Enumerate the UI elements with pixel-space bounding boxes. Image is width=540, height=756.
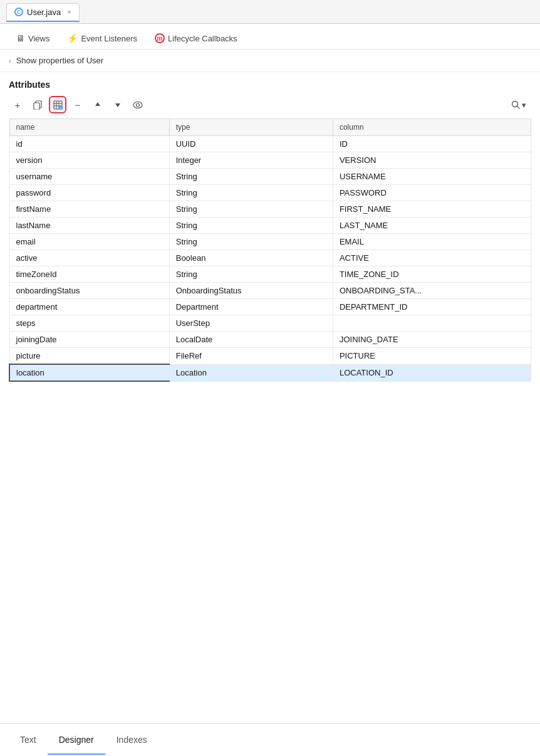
file-tab[interactable]: C User.java × <box>6 3 80 22</box>
cell-name: password <box>9 185 169 201</box>
show-properties-label: Show properties of User <box>16 56 103 65</box>
col-header-name[interactable]: name <box>9 119 169 136</box>
attributes-section: Attributes + <box>0 72 540 387</box>
table-row[interactable]: departmentDepartmentDEPARTMENT_ID <box>9 299 531 315</box>
attributes-title: Attributes <box>9 80 531 90</box>
cell-name: department <box>9 299 169 315</box>
visibility-button[interactable] <box>129 96 147 113</box>
table-row[interactable]: pictureFileRefPICTURE <box>9 348 531 365</box>
cell-name: lastName <box>9 218 169 234</box>
cell-type: UserStep <box>169 315 333 332</box>
cell-column: FIRST_NAME <box>333 201 531 218</box>
cell-name: email <box>9 234 169 250</box>
attributes-toolbar: + f <box>9 96 531 113</box>
cell-column: JOINING_DATE <box>333 332 531 348</box>
move-down-button[interactable] <box>109 96 127 113</box>
cell-column: DEPARTMENT_ID <box>333 299 531 315</box>
col-header-column[interactable]: column <box>333 119 531 136</box>
table-row[interactable]: firstNameStringFIRST_NAME <box>9 201 531 218</box>
cell-column: VERSION <box>333 152 531 169</box>
col-header-type[interactable]: type <box>169 119 333 136</box>
svg-point-9 <box>133 102 142 108</box>
cell-column: ID <box>333 136 531 152</box>
cell-type: String <box>169 218 333 234</box>
cell-column: PICTURE <box>333 348 531 365</box>
cell-name: username <box>9 169 169 185</box>
cell-column: LAST_NAME <box>333 218 531 234</box>
table-row[interactable]: locationLocationLOCATION_ID <box>9 364 531 381</box>
lifecycle-icon: m <box>155 33 165 43</box>
table-row[interactable]: emailStringEMAIL <box>9 234 531 250</box>
cell-type: String <box>169 169 333 185</box>
cell-name: picture <box>9 348 169 365</box>
cell-name: id <box>9 136 169 152</box>
remove-attribute-button[interactable]: − <box>69 96 86 113</box>
cell-type: String <box>169 234 333 250</box>
cell-name: joiningDate <box>9 332 169 348</box>
table-row[interactable]: timeZoneIdStringTIME_ZONE_ID <box>9 266 531 283</box>
toolbar-tabs: 🖥 Views ⚡ Event Listeners m Lifecycle Ca… <box>0 24 540 50</box>
cell-type: Location <box>169 364 333 381</box>
table-row[interactable]: versionIntegerVERSION <box>9 152 531 169</box>
cell-type: OnboardingStatus <box>169 283 333 299</box>
cell-type: UUID <box>169 136 333 152</box>
cell-type: LocalDate <box>169 332 333 348</box>
table-row[interactable]: onboardingStatusOnboardingStatusONBOARDI… <box>9 283 531 299</box>
table-view-button[interactable]: f <box>49 96 66 113</box>
cell-column: EMAIL <box>333 234 531 250</box>
table-row[interactable]: idUUIDID <box>9 136 531 152</box>
cell-type: Integer <box>169 152 333 169</box>
cell-column <box>333 315 531 332</box>
tab-views-label: Views <box>28 34 49 43</box>
cell-type: FileRef <box>169 348 333 365</box>
cell-type: Department <box>169 299 333 315</box>
views-icon: 🖥 <box>16 33 25 43</box>
cell-name: version <box>9 152 169 169</box>
move-up-button[interactable] <box>89 96 106 113</box>
tab-event-listeners[interactable]: ⚡ Event Listeners <box>58 29 146 50</box>
cell-name: location <box>9 364 169 381</box>
file-tab-icon: C <box>14 8 23 16</box>
svg-rect-1 <box>34 103 39 110</box>
cell-type: String <box>169 185 333 201</box>
add-attribute-button[interactable]: + <box>9 96 26 113</box>
cell-name: steps <box>9 315 169 332</box>
close-tab-button[interactable]: × <box>67 8 71 16</box>
tab-lifecycle-label: Lifecycle Callbacks <box>168 34 237 43</box>
cell-name: onboardingStatus <box>9 283 169 299</box>
cell-column: USERNAME <box>333 169 531 185</box>
copy-attribute-button[interactable] <box>29 96 46 113</box>
chevron-right-icon: › <box>9 57 11 65</box>
table-row[interactable]: activeBooleanACTIVE <box>9 250 531 266</box>
tab-indexes[interactable]: Indexes <box>105 726 158 755</box>
cell-type: Boolean <box>169 250 333 266</box>
tab-views[interactable]: 🖥 Views <box>8 29 58 50</box>
cell-name: timeZoneId <box>9 266 169 283</box>
table-row[interactable]: usernameStringUSERNAME <box>9 169 531 185</box>
search-button[interactable]: ▾ <box>506 98 531 112</box>
cell-column: TIME_ZONE_ID <box>333 266 531 283</box>
tab-designer[interactable]: Designer <box>48 726 105 755</box>
tab-bar: C User.java × <box>0 0 540 24</box>
tab-lifecycle-callbacks[interactable]: m Lifecycle Callbacks <box>146 29 246 50</box>
cell-column: ONBOARDING_STA... <box>333 283 531 299</box>
svg-point-10 <box>137 103 140 107</box>
tab-event-listeners-label: Event Listeners <box>81 34 137 43</box>
show-properties-row[interactable]: › Show properties of User <box>0 50 540 72</box>
cell-name: active <box>9 250 169 266</box>
bottom-tabs: Text Designer Indexes <box>0 723 540 756</box>
cell-column: LOCATION_ID <box>333 364 531 381</box>
svg-line-12 <box>517 107 520 109</box>
table-row[interactable]: passwordStringPASSWORD <box>9 185 531 201</box>
table-row[interactable]: lastNameStringLAST_NAME <box>9 218 531 234</box>
table-row[interactable]: stepsUserStep <box>9 315 531 332</box>
tab-text[interactable]: Text <box>9 726 48 755</box>
search-dropdown-icon: ▾ <box>522 100 526 110</box>
event-listeners-icon: ⚡ <box>67 33 78 43</box>
cell-type: String <box>169 266 333 283</box>
cell-column: ACTIVE <box>333 250 531 266</box>
file-tab-filename: User.java <box>27 8 61 17</box>
cell-column: PASSWORD <box>333 185 531 201</box>
table-row[interactable]: joiningDateLocalDateJOINING_DATE <box>9 332 531 348</box>
attributes-table: name type column idUUIDIDversionIntegerV… <box>9 118 531 382</box>
